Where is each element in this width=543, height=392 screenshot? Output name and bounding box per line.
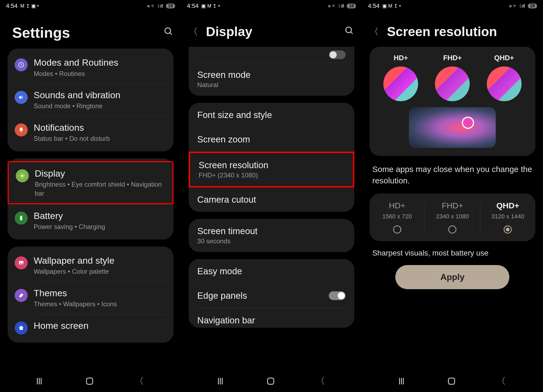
preview-fhdplus[interactable]: FHD+: [435, 54, 470, 101]
radio[interactable]: [393, 225, 401, 234]
page-title: Settings: [12, 24, 158, 41]
setting-row-wallpaper[interactable]: Wallpaper and styleWallpapers • Color pa…: [8, 249, 173, 282]
toggle[interactable]: [329, 50, 346, 59]
row-title: Battery: [34, 210, 166, 222]
apply-button[interactable]: Apply: [395, 265, 509, 289]
resolution-option-fhdplus[interactable]: FHD+2340 x 1080: [425, 201, 480, 234]
radio[interactable]: [448, 225, 456, 234]
nav-recents-button[interactable]: [37, 378, 45, 384]
status-bar: 4:54 ▣ M ↥ • ⊖ ᯤ ⫶ıll 19: [181, 0, 362, 12]
setting-row-notifications[interactable]: NotificationsStatus bar • Do not disturb: [8, 116, 173, 149]
svg-line-10: [24, 177, 24, 178]
nav-home-button[interactable]: [448, 378, 455, 385]
preview-qhdplus[interactable]: QHD+: [487, 54, 522, 101]
option-name: QHD+: [496, 201, 519, 210]
screen-resolution: 4:54 ▣ M ↥ • ⊖ ᯤ ⫶ıll 19 〈 Screen resolu…: [362, 0, 543, 392]
navigation-bar-row[interactable]: Navigation bar: [189, 308, 355, 328]
nav-recents-button[interactable]: [218, 378, 226, 384]
row-title: Themes: [34, 287, 166, 299]
edge-panels-row[interactable]: Edge panels: [189, 283, 355, 308]
row-title: Display: [35, 168, 165, 179]
nav-home-button[interactable]: [86, 378, 93, 385]
time: 4:54: [6, 2, 18, 9]
radio[interactable]: [504, 225, 512, 234]
nav-home-button[interactable]: [267, 378, 274, 385]
nav-back-button[interactable]: 〈: [497, 375, 506, 387]
unknown-toggle-row[interactable]: [189, 47, 355, 62]
preview-hdplus[interactable]: HD+: [383, 54, 418, 101]
nav-back-button[interactable]: 〈: [316, 375, 325, 387]
resolution-content: HD+FHD+QHD+ Some apps may close when you…: [362, 47, 543, 370]
setting-row-home[interactable]: Home screen: [8, 314, 173, 340]
status-bar: 4:54 ▣ M ↥ • ⊖ ᯤ ⫶ıll 19: [362, 0, 543, 12]
option-name: FHD+: [442, 201, 463, 210]
sun-icon: [16, 169, 29, 182]
option-name: HD+: [389, 201, 405, 210]
setting-row-battery[interactable]: BatteryPower saving • Charging: [8, 205, 173, 237]
resolution-preview-card: HD+FHD+QHD+: [370, 47, 535, 156]
screen-display: 4:54 ▣ M ↥ • ⊖ ᯤ ⫶ıll 19 〈 Display Scree…: [181, 0, 362, 392]
easy-mode-row[interactable]: Easy mode: [189, 259, 355, 283]
search-icon[interactable]: [164, 27, 173, 39]
preview-circle: [487, 66, 522, 101]
nav-recents-button[interactable]: [399, 378, 407, 384]
svg-rect-14: [21, 216, 22, 216]
svg-point-16: [20, 262, 21, 263]
settings-list[interactable]: Modes and RoutinesModes • RoutinesSounds…: [0, 49, 181, 370]
back-button[interactable]: 〈: [370, 26, 379, 38]
resolution-option-hdplus[interactable]: HD+1560 x 720: [370, 201, 425, 234]
screen-resolution-row[interactable]: Screen resolution FHD+ (2340 x 1080): [189, 152, 355, 187]
status-icons-left: M ↥ ▣ •: [20, 3, 39, 9]
brush-icon: [15, 289, 28, 302]
setting-row-display[interactable]: DisplayBrightness • Eye comfort shield •…: [8, 161, 173, 204]
preview-label: QHD+: [494, 54, 514, 62]
preview-circle: [383, 66, 418, 101]
settings-group: Wallpaper and styleWallpapers • Color pa…: [8, 247, 173, 343]
row-sub: Modes • Routines: [34, 69, 166, 78]
bell-icon: [15, 123, 28, 136]
status-icons-right: ⊖ ᯤ ⫶ıll: [509, 3, 525, 9]
resolution-selector: HD+1560 x 720FHD+2340 x 1080QHD+3120 x 1…: [370, 193, 535, 241]
row-sub: Wallpapers • Color palette: [34, 267, 166, 276]
battery-icon: [15, 212, 28, 225]
status-icons-left: ▣ M ↥ •: [201, 3, 220, 9]
status-icons-left: ▣ M ↥ •: [382, 3, 401, 9]
settings-group: Modes and RoutinesModes • RoutinesSounds…: [8, 49, 173, 151]
time: 4:54: [368, 2, 380, 9]
picture-icon: [15, 256, 28, 269]
row-title: Home screen: [34, 320, 166, 332]
preview-label: FHD+: [443, 54, 462, 62]
font-row[interactable]: Font size and style: [189, 103, 355, 127]
screen-mode-row[interactable]: Screen mode Natural: [189, 63, 355, 96]
battery-level: 19: [528, 4, 537, 8]
back-button[interactable]: 〈: [189, 26, 198, 38]
camera-cutout-row[interactable]: Camera cutout: [189, 187, 355, 212]
search-icon[interactable]: [345, 26, 354, 38]
row-sub: Brightness • Eye comfort shield • Naviga…: [35, 180, 165, 198]
setting-row-modes[interactable]: Modes and RoutinesModes • Routines: [8, 51, 173, 84]
row-title: Sounds and vibration: [34, 89, 166, 101]
svg-point-4: [21, 175, 23, 177]
nav-back-button[interactable]: 〈: [135, 375, 144, 387]
option-dim: 1560 x 720: [382, 213, 412, 220]
svg-line-1: [170, 33, 172, 35]
svg-line-18: [351, 32, 353, 34]
resolution-description: Sharpest visuals, most battery use: [372, 249, 533, 257]
option-dim: 2340 x 1080: [436, 213, 469, 220]
edge-panels-toggle[interactable]: [329, 291, 346, 300]
svg-point-3: [21, 131, 22, 132]
screen-timeout-row[interactable]: Screen timeout 30 seconds: [189, 219, 355, 252]
setting-row-themes[interactable]: ThemesThemes • Wallpapers • Icons: [8, 282, 173, 314]
wallpaper-preview: [409, 107, 496, 148]
svg-point-0: [165, 28, 171, 34]
row-sub: Power saving • Charging: [34, 222, 166, 231]
page-title: Display: [206, 24, 339, 39]
battery-level: 19: [347, 4, 356, 8]
preview-label: HD+: [394, 54, 408, 62]
resolution-option-qhdplus[interactable]: QHD+3120 x 1440: [480, 201, 535, 234]
display-list[interactable]: Screen mode Natural Font size and style …: [181, 47, 362, 370]
setting-row-sounds[interactable]: Sounds and vibrationSound mode • Rington…: [8, 84, 173, 116]
row-sub: Status bar • Do not disturb: [34, 134, 166, 143]
row-title: Wallpaper and style: [34, 255, 166, 266]
zoom-row[interactable]: Screen zoom: [189, 127, 355, 152]
